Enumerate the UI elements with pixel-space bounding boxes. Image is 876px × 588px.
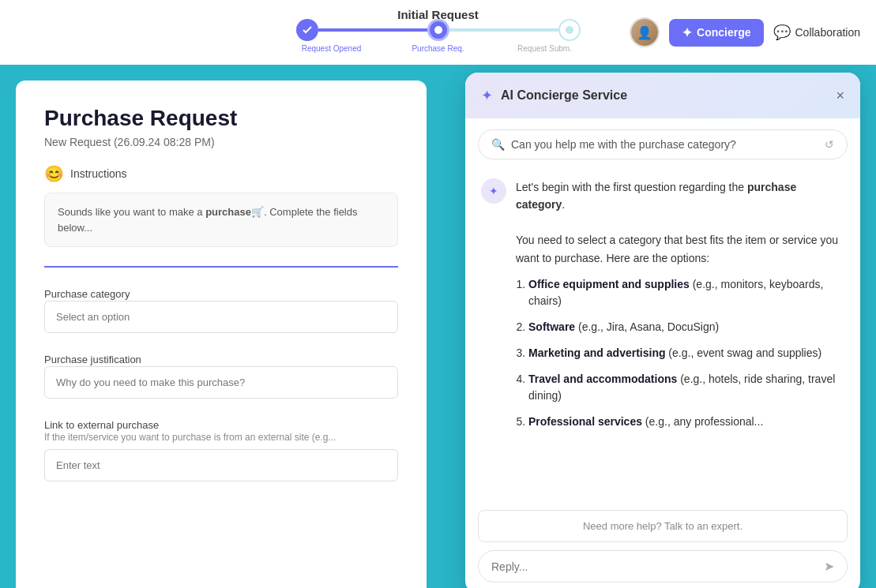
ai-reply-input[interactable] <box>491 560 818 573</box>
step-2-circle <box>427 19 449 41</box>
avatar: 👤 <box>630 17 660 47</box>
form-panel: Purchase Request New Request (26.09.24 0… <box>16 81 427 588</box>
concierge-label: Concierge <box>697 26 750 39</box>
step-2-label: Purchase Req. <box>403 44 474 53</box>
search-icon: 🔍 <box>491 138 505 151</box>
ai-panel-title-row: ✦ AI Concierge Service <box>481 87 627 104</box>
ai-panel: ✦ AI Concierge Service × 🔍 Can you help … <box>465 73 860 588</box>
smiley-icon: 😊 <box>44 164 64 183</box>
form-subtitle: New Request (26.09.24 08:28 PM) <box>44 136 398 148</box>
refresh-icon[interactable]: ↺ <box>825 138 834 151</box>
instructions-box: Sounds like you want to make a purchase🛒… <box>44 193 398 247</box>
link-label: Link to external purchase <box>44 419 159 431</box>
progress-bar: Request Opened Purchase Req. Request Sub… <box>296 19 581 53</box>
ai-close-button[interactable]: × <box>836 88 844 103</box>
purchase-category-group: Purchase category <box>44 287 398 333</box>
step-3-label: Request Subm. <box>509 44 581 53</box>
purchase-justification-label: Purchase justification <box>44 354 141 365</box>
instructions-label: Instructions <box>70 167 127 180</box>
ai-sparkle-icon: ✦ <box>481 87 493 104</box>
help-expert-button[interactable]: Need more help? Talk to an expert. <box>478 510 848 542</box>
collaboration-label: Collaboration <box>795 26 861 39</box>
step-3-circle <box>558 19 581 41</box>
divider <box>44 266 398 268</box>
link-hint: If the item/service you want to purchase… <box>44 432 398 443</box>
ai-avatar-icon: ✦ <box>481 178 506 204</box>
step-line-2 <box>449 28 558 32</box>
purchase-category-input[interactable] <box>44 301 398 333</box>
ai-footer: Need more help? Talk to an expert. ➤ <box>465 502 860 588</box>
send-icon[interactable]: ➤ <box>824 559 834 574</box>
instructions-prefix: Sounds like you want to make a <box>58 206 205 218</box>
step-line-1 <box>318 28 427 32</box>
link-group: Link to external purchase If the item/se… <box>44 418 398 481</box>
instructions-row: 😊 Instructions <box>44 164 398 183</box>
list-item: Office equipment and supplies (e.g., mon… <box>528 276 844 309</box>
header: Initial Request Request Opened Purchase … <box>0 0 876 65</box>
ai-reply-bar[interactable]: ➤ <box>478 550 848 582</box>
progress-steps <box>296 19 581 41</box>
ai-panel-header: ✦ AI Concierge Service × <box>465 73 860 118</box>
ai-search-bar[interactable]: 🔍 Can you help me with the purchase cate… <box>478 129 848 159</box>
purchase-category-label: Purchase category <box>44 288 130 300</box>
collaboration-button[interactable]: 💬 Collaboration <box>773 24 861 41</box>
step-labels: Request Opened Purchase Req. Request Sub… <box>296 44 581 53</box>
concierge-button[interactable]: ✦ Concierge <box>669 19 763 47</box>
purchase-justification-group: Purchase justification <box>44 352 398 399</box>
sparkle-icon: ✦ <box>682 25 692 40</box>
ai-body-text: You need to select a category that best … <box>516 231 844 267</box>
ai-content: ✦ Let's begin with the first question re… <box>465 167 860 502</box>
ai-text-block: Let's begin with the first question rega… <box>516 178 844 440</box>
step-1-label: Request Opened <box>296 44 367 53</box>
main-content: Purchase Request New Request (26.09.24 0… <box>0 65 876 588</box>
list-item: Marketing and advertising (e.g., event s… <box>528 345 844 361</box>
ai-search-text: Can you help me with the purchase catego… <box>511 138 818 151</box>
close-icon: × <box>836 88 844 103</box>
ai-options-list: Office equipment and supplies (e.g., mon… <box>528 276 844 430</box>
form-title: Purchase Request <box>44 106 398 131</box>
purchase-justification-input[interactable] <box>44 366 398 399</box>
ai-message: ✦ Let's begin with the first question re… <box>481 178 844 440</box>
link-input[interactable] <box>44 449 398 481</box>
list-item: Software (e.g., Jira, Asana, DocuSign) <box>528 319 844 335</box>
header-actions: 👤 ✦ Concierge 💬 Collaboration <box>630 17 860 47</box>
ai-panel-title: AI Concierge Service <box>501 88 627 103</box>
step-1-circle <box>296 19 318 41</box>
list-item: Travel and accommodations (e.g., hotels,… <box>528 371 844 404</box>
instructions-highlight: purchase <box>205 206 251 218</box>
ai-intro-text: Let's begin with the first question rega… <box>516 178 844 214</box>
chat-icon: 💬 <box>773 24 791 41</box>
list-item: Professional services (e.g., any profess… <box>528 414 844 430</box>
